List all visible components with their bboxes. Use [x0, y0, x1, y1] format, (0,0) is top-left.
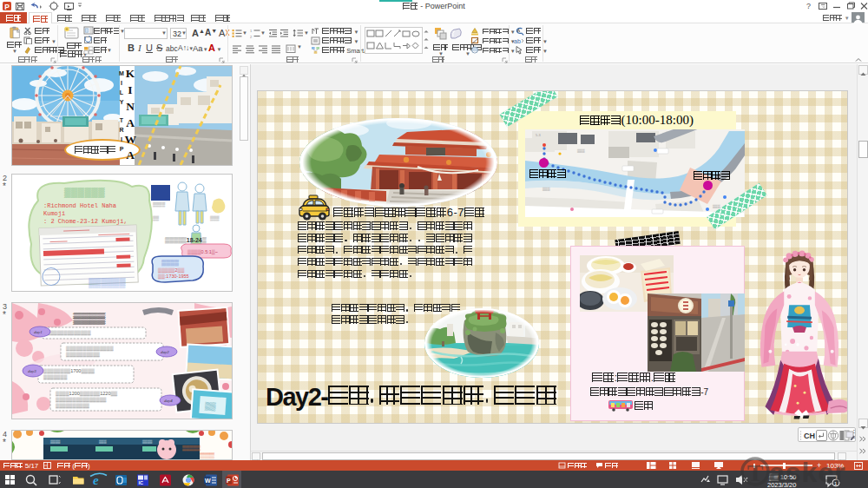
- svg-text:▒▒▒▒▒▒: ▒▒▒▒▒▒: [64, 187, 105, 198]
- svg-text:Kumoji: Kumoji: [43, 210, 65, 217]
- svg-text:day2: day2: [161, 350, 169, 354]
- svg-text:▒▒▒▒▒2▒▒: ▒▒▒▒▒2▒▒: [158, 267, 184, 274]
- svg-text:day3: day3: [28, 369, 36, 373]
- svg-text:A: A: [219, 28, 226, 38]
- svg-text:▒▒▒▒▒▒▒▒▒▒▒▒▒: ▒▒▒▒▒▒▒▒▒▒▒▒▒: [47, 330, 91, 336]
- svg-text:P: P: [4, 3, 10, 11]
- svg-text:5-3: 5-3: [536, 133, 542, 137]
- svg-text:▒▒▒▒▒▒▒: ▒▒▒▒▒▒▒: [43, 374, 67, 380]
- svg-text:e: e: [93, 473, 99, 487]
- svg-text:▒▒▒▒: ▒▒▒▒: [161, 260, 179, 267]
- svg-text:▒▒: ▒▒: [153, 215, 160, 221]
- svg-text:▒▒▒▒▒▒▒▒▒▒: ▒▒▒▒▒▒▒▒▒▒: [56, 403, 89, 409]
- svg-text:▒▒▒: ▒▒▒: [542, 187, 550, 191]
- svg-text:▒▒▒▒▒▒▒▒▒▒▒▒▒▒: ▒▒▒▒▒▒▒▒▒▒▒▒▒▒: [66, 346, 114, 352]
- svg-text:▒▒▒: ▒▒▒: [210, 215, 220, 221]
- svg-text:W: W: [205, 478, 211, 484]
- svg-text:▒▒▒: ▒▒▒: [577, 148, 585, 153]
- svg-text:1: 1: [250, 29, 253, 33]
- svg-text:day1: day1: [34, 330, 43, 334]
- svg-text:2: 2: [250, 34, 253, 38]
- svg-text:?: ?: [806, 2, 811, 10]
- svg-text:▒▒▒: ▒▒▒: [99, 439, 107, 444]
- svg-text:▒▒▒▒▒: ▒▒▒▒▒: [182, 445, 201, 452]
- svg-text:CH: CH: [804, 432, 815, 440]
- svg-text:▒▒:1730-1955: ▒▒:1730-1955: [158, 274, 189, 280]
- svg-text:▒▒▒: ▒▒▒: [200, 452, 214, 460]
- svg-text:▒▒▒▒0.5:1▒~: ▒▒▒▒0.5:1▒~: [187, 249, 218, 255]
- svg-text:day4: day4: [164, 399, 173, 403]
- svg-text:▒▒▒▒▒▒▒▒1700▒▒▒▒: ▒▒▒▒▒▒▒▒1700▒▒▒▒: [43, 368, 95, 374]
- svg-text:P: P: [227, 478, 231, 484]
- svg-text:▒▒▒▒: ▒▒▒▒: [142, 439, 153, 444]
- svg-text:: 2 Chome-23-12 Kumoji,: : 2 Chome-23-12 Kumoji,: [43, 218, 128, 225]
- svg-text:▒▒▒▒: ▒▒▒▒: [153, 201, 166, 208]
- svg-text:▒▒▒▒▒▒▒▒▒▒▒▒▒▒▒: ▒▒▒▒▒▒▒▒▒▒▒▒▒▒▒: [56, 397, 107, 403]
- svg-text:2023/3/20: 2023/3/20: [767, 480, 796, 488]
- svg-text:▒▒▒▒: ▒▒▒▒: [50, 439, 61, 444]
- svg-text:▒▒▒▒▒▒: ▒▒▒▒▒▒: [89, 278, 126, 288]
- svg-text:ab: ab: [514, 38, 521, 44]
- svg-text:▒▒▒▒: ▒▒▒▒: [74, 312, 107, 326]
- svg-text:▒▒▒▒▒▒▒▒▒▒: ▒▒▒▒▒▒▒▒▒▒: [66, 352, 100, 358]
- svg-text:▒▒▒▒1200▒▒▒▒▒▒1220▒▒: ▒▒▒▒1200▒▒▒▒▒▒1220▒▒: [56, 391, 117, 397]
- svg-text::Richmond Hotel Naha: :Richmond Hotel Naha: [43, 202, 116, 209]
- svg-text:▒▒▒▒▒18-24▒: ▒▒▒▒▒18-24▒: [165, 237, 207, 244]
- svg-text:IC: IC: [139, 480, 144, 485]
